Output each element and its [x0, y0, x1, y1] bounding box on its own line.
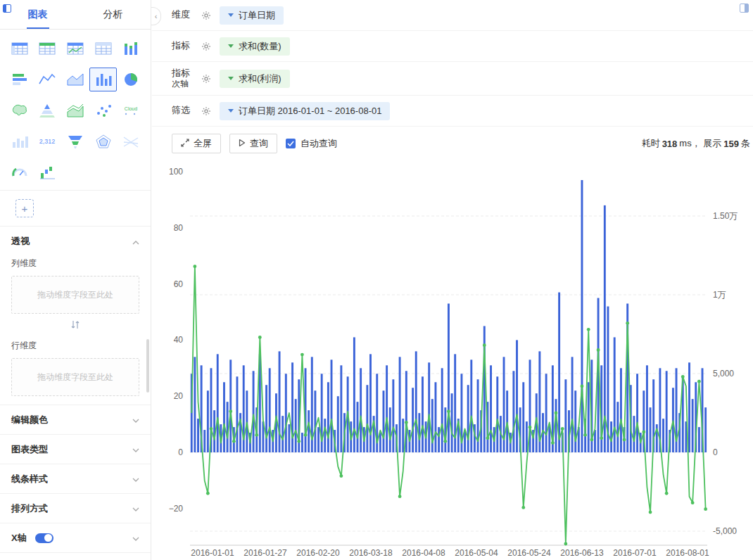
tab-analysis[interactable]: 分析 [75, 0, 151, 29]
svg-text:1.50万: 1.50万 [713, 211, 738, 221]
combo-chart-canvas: 100806040200−201.50万1万5,0000-5,0002016-0… [152, 160, 753, 560]
pivot-section: 透视 列维度 拖动维度字段至此处 行维度 拖动维度字段至此处 [0, 227, 151, 405]
svg-text:40: 40 [174, 335, 184, 345]
pie-chart-icon[interactable] [117, 68, 145, 91]
row-dimension-label: 行维度 [11, 340, 139, 352]
chip-label: 订单日期 [239, 9, 275, 22]
sidebar-tabs: 图表 分析 [0, 0, 151, 30]
svg-text:20: 20 [174, 391, 184, 401]
crosstab-table-icon[interactable] [6, 37, 34, 61]
config-row-label: 指标 [172, 40, 196, 51]
svg-text:2016-07-01: 2016-07-01 [613, 548, 657, 558]
config-row-label: 维度 [172, 9, 196, 20]
query-button[interactable]: 查询 [229, 134, 277, 153]
axis-section-1[interactable]: Y轴 主轴 [0, 552, 151, 560]
dimension-chip[interactable]: 订单日期 [220, 6, 284, 25]
svg-text:0: 0 [713, 447, 718, 457]
chart-type-grid: Cloud2,312 [0, 30, 151, 190]
bar-chart-icon[interactable] [6, 68, 34, 91]
add-chart-type-button[interactable]: + [15, 199, 34, 217]
chevron-down-icon [132, 503, 139, 514]
svg-text:80: 80 [174, 223, 184, 233]
gear-icon[interactable] [201, 106, 211, 116]
section-2[interactable]: 线条样式 [0, 464, 151, 493]
histogram-chart-icon[interactable] [6, 129, 34, 153]
gear-icon[interactable] [201, 74, 211, 84]
svg-text:−20: −20 [169, 504, 184, 514]
column-chart-icon[interactable] [89, 68, 118, 91]
line-chart-icon[interactable] [34, 68, 62, 91]
scatter-chart-icon[interactable] [89, 98, 118, 122]
section-label: 编辑颜色 [11, 414, 48, 426]
fullscreen-label: 全屏 [194, 137, 212, 150]
area-chart-icon[interactable] [61, 68, 89, 91]
svg-text:100: 100 [169, 167, 183, 177]
dimension-chip[interactable]: 订单日期 2016-01-01 ~ 2016-08-01 [220, 102, 390, 120]
section-3[interactable]: 排列方式 [0, 493, 151, 523]
svg-text:2016-01-01: 2016-01-01 [191, 548, 234, 558]
stacked-area-chart-icon[interactable] [61, 98, 89, 122]
section-label: 线条样式 [11, 473, 48, 485]
panel-pin-icon[interactable] [3, 4, 11, 13]
svg-text:Cloud: Cloud [125, 106, 137, 111]
detail-table-icon[interactable] [34, 37, 62, 61]
toggle-switch[interactable] [35, 533, 53, 543]
collapse-config-icon[interactable] [740, 4, 749, 13]
svg-text:2016-05-04: 2016-05-04 [455, 548, 498, 558]
caret-down-icon [228, 109, 234, 113]
svg-text:2016-03-18: 2016-03-18 [349, 548, 393, 558]
chevron-down-icon [132, 473, 139, 484]
svg-text:2016-02-20: 2016-02-20 [296, 548, 340, 558]
config-row-0: 维度订单日期 [152, 0, 753, 31]
query-config-rows: 维度订单日期指标求和(数量)指标次轴求和(利润)筛选订单日期 2016-01-0… [152, 0, 753, 127]
measure-chip[interactable]: 求和(数量) [220, 37, 290, 56]
trend-table-icon[interactable] [61, 37, 89, 61]
fullscreen-icon [181, 139, 189, 149]
axis-section-0[interactable]: X轴 [0, 523, 151, 552]
column-dimension-dropzone[interactable]: 拖动维度字段至此处 [11, 276, 139, 314]
pivot-title: 透视 [11, 235, 30, 248]
measure-chip[interactable]: 求和(利润) [220, 70, 290, 88]
funnel-chart-icon[interactable] [61, 129, 89, 153]
parallel-chart-icon[interactable] [117, 129, 145, 153]
chart-toolbar: 全屏 查询 自动查询 耗时318ms， 展示159条 [152, 127, 753, 160]
svg-text:60: 60 [174, 279, 184, 289]
caret-down-icon [228, 13, 234, 17]
tab-charts[interactable]: 图表 [0, 0, 75, 29]
gear-icon[interactable] [201, 42, 211, 51]
dropzone-placeholder: 拖动维度字段至此处 [37, 289, 113, 301]
radar-chart-icon[interactable] [89, 129, 118, 153]
word-cloud-icon[interactable]: Cloud [117, 98, 145, 122]
checkbox-checked-icon [286, 139, 296, 148]
gear-icon[interactable] [201, 11, 211, 20]
chart-config-sidebar: 图表 分析 Cloud2,312 + 透视 列维度 拖动维度字段至此处 行维度 … [0, 0, 151, 560]
svg-text:2016-04-08: 2016-04-08 [402, 548, 445, 558]
config-row-2: 指标次轴求和(利润) [152, 62, 753, 96]
chevron-up-icon[interactable] [132, 236, 139, 247]
caret-down-icon [228, 77, 234, 80]
caret-down-icon [228, 44, 234, 48]
svg-text:1万: 1万 [713, 290, 726, 300]
data-table-icon[interactable] [89, 37, 118, 61]
chip-label: 订单日期 2016-01-01 ~ 2016-08-01 [239, 105, 381, 117]
pyramid-chart-icon[interactable] [34, 98, 62, 122]
section-label: 排列方式 [11, 502, 48, 515]
waterfall-chart-icon[interactable] [34, 160, 62, 184]
auto-query-checkbox[interactable]: 自动查询 [286, 137, 337, 150]
gauge-chart-icon[interactable] [6, 160, 34, 184]
svg-text:0: 0 [178, 447, 183, 457]
chevron-down-icon [132, 414, 139, 425]
swap-dimensions-icon[interactable] [11, 319, 139, 330]
play-icon [239, 139, 246, 149]
dropzone-placeholder: 拖动维度字段至此处 [37, 371, 113, 383]
sidebar-scrollbar[interactable] [146, 339, 149, 393]
stacked-column-chart-icon[interactable] [117, 37, 145, 61]
kpi-card-icon[interactable]: 2,312 [34, 129, 62, 153]
section-0[interactable]: 编辑颜色 [0, 405, 151, 434]
section-1[interactable]: 图表类型 [0, 434, 151, 464]
fullscreen-button[interactable]: 全屏 [172, 134, 221, 153]
style-sections: 编辑颜色图表类型线条样式排列方式X轴Y轴 主轴 [0, 405, 151, 560]
add-chart-row: + [0, 191, 151, 226]
row-dimension-dropzone[interactable]: 拖动维度字段至此处 [11, 358, 139, 396]
map-chart-icon[interactable] [6, 98, 34, 122]
